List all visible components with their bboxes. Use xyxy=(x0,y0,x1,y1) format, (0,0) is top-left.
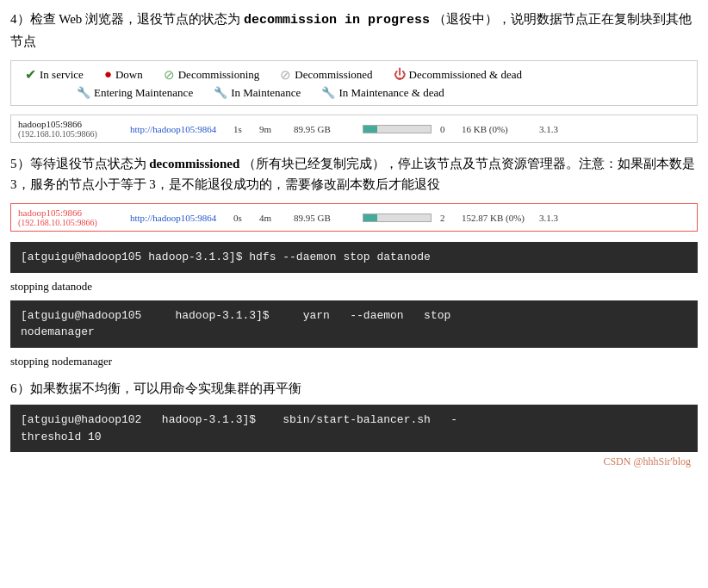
wrench2-icon: 🔧 xyxy=(214,86,227,100)
code1-text: [atguigu@hadoop105 hadoop-3.1.3]$ hdfs -… xyxy=(21,251,431,263)
node2-name: hadoop105:9866 xyxy=(18,207,121,218)
node1-capacity: 89.95 GB xyxy=(294,124,354,134)
footer-text: CSDN @hhhSir'blog xyxy=(603,455,691,467)
output1-text: stopping datanode xyxy=(10,276,698,297)
decommissioned-icon: ⊘ xyxy=(280,67,291,83)
in-maintenance-label: In Maintenance xyxy=(231,86,301,100)
node1-link[interactable]: http://hadoop105:9864 xyxy=(130,124,225,134)
node1-t1: 1s xyxy=(233,124,251,134)
down-icon: ● xyxy=(104,67,112,82)
status-bar: ✔ In service ● Down ⊘ Decommissioning ⊘ … xyxy=(10,60,698,106)
node1-t2: 9m xyxy=(259,124,285,134)
code-block-2: [atguigu@hadoop105 hadoop-3.1.3]$ yarn -… xyxy=(10,300,698,348)
output2-text: stopping nodemanager xyxy=(10,351,698,372)
decommissioning-icon: ⊘ xyxy=(164,67,175,83)
section6-title: 6）如果数据不均衡，可以用命令实现集群的再平衡 xyxy=(10,379,698,399)
down-label: Down xyxy=(115,68,143,82)
node1-name: hadoop105:9866 xyxy=(18,119,121,129)
section5-code: decommissioned xyxy=(149,157,239,170)
status-in-service: ✔ In service xyxy=(25,66,84,83)
decommissioning-label: Decommissioning xyxy=(178,68,260,82)
node1-num: 0 xyxy=(440,124,453,134)
code2-text: [atguigu@hadoop105 hadoop-3.1.3]$ yarn -… xyxy=(21,309,450,339)
node2-t1: 0s xyxy=(233,213,251,223)
status-in-maintenance: 🔧 In Maintenance xyxy=(214,86,301,100)
status-row-1: ✔ In service ● Down ⊘ Decommissioning ⊘ … xyxy=(25,66,522,83)
node2-num: 2 xyxy=(440,213,453,223)
check-icon: ✔ xyxy=(25,66,36,83)
node2-size: 152.87 KB (0%) xyxy=(462,213,531,223)
node1-subname: (192.168.10.105:9866) xyxy=(18,129,121,139)
node-row-2: hadoop105:9866 (192.168.10.105:9866) htt… xyxy=(11,204,697,231)
node1-progress-bar xyxy=(363,125,432,133)
entering-maintenance-label: Entering Maintenance xyxy=(94,86,193,100)
status-decommissioning: ⊘ Decommissioning xyxy=(164,67,260,83)
node-name-block-2: hadoop105:9866 (192.168.10.105:9866) xyxy=(18,207,121,227)
wrench1-icon: 🔧 xyxy=(77,86,90,100)
node2-t2: 4m xyxy=(259,213,285,223)
status-row-2: 🔧 Entering Maintenance 🔧 In Maintenance … xyxy=(25,86,444,100)
node1-version: 3.1.3 xyxy=(539,124,565,134)
node2-progress-bar xyxy=(363,214,432,222)
node2-subname: (192.168.10.105:9866) xyxy=(18,218,121,227)
node1-size: 16 KB (0%) xyxy=(462,124,531,134)
code-block-3: [atguigu@hadoop102 hadoop-3.1.3]$ sbin/s… xyxy=(10,405,698,452)
node-table-1: hadoop105:9866 (192.168.10.105:9866) htt… xyxy=(10,115,698,143)
node1-progress-fill xyxy=(363,126,377,133)
node-row-1: hadoop105:9866 (192.168.10.105:9866) htt… xyxy=(11,115,697,142)
section4-code: decommission in progress xyxy=(244,13,430,28)
in-maintenance-dead-label: In Maintenance & dead xyxy=(338,86,444,100)
footer: CSDN @hhhSir'blog xyxy=(10,455,698,468)
section5-title: 5）等待退役节点状态为 decommissioned （所有块已经复制完成），停… xyxy=(10,153,698,195)
status-down: ● Down xyxy=(104,67,143,82)
decommissioned-dead-label: Decommissioned & dead xyxy=(409,68,522,82)
node-table-2: hadoop105:9866 (192.168.10.105:9866) htt… xyxy=(10,203,698,232)
node2-capacity: 89.95 GB xyxy=(294,213,354,223)
node2-progress-fill xyxy=(363,214,377,221)
node2-version: 3.1.3 xyxy=(539,213,565,223)
code-block-1: [atguigu@hadoop105 hadoop-3.1.3]$ hdfs -… xyxy=(10,242,698,273)
status-in-maintenance-dead: 🔧 In Maintenance & dead xyxy=(321,86,444,100)
in-service-label: In service xyxy=(40,68,84,82)
status-entering-maintenance: 🔧 Entering Maintenance xyxy=(77,86,193,100)
wrench3-icon: 🔧 xyxy=(321,86,335,100)
power-icon: ⏻ xyxy=(394,68,406,82)
status-decommissioned-dead: ⏻ Decommissioned & dead xyxy=(394,68,522,82)
node2-link[interactable]: http://hadoop105:9864 xyxy=(130,213,225,223)
node-name-block-1: hadoop105:9866 (192.168.10.105:9866) xyxy=(18,119,121,139)
decommissioned-label: Decommissioned xyxy=(295,68,372,82)
section4-title: 4）检查 Web 浏览器，退役节点的状态为 decommission in pr… xyxy=(10,9,698,52)
main-container: 4）检查 Web 浏览器，退役节点的状态为 decommission in pr… xyxy=(0,0,708,477)
code3-text: [atguigu@hadoop102 hadoop-3.1.3]$ sbin/s… xyxy=(21,413,457,443)
status-decommissioned: ⊘ Decommissioned xyxy=(280,67,372,83)
